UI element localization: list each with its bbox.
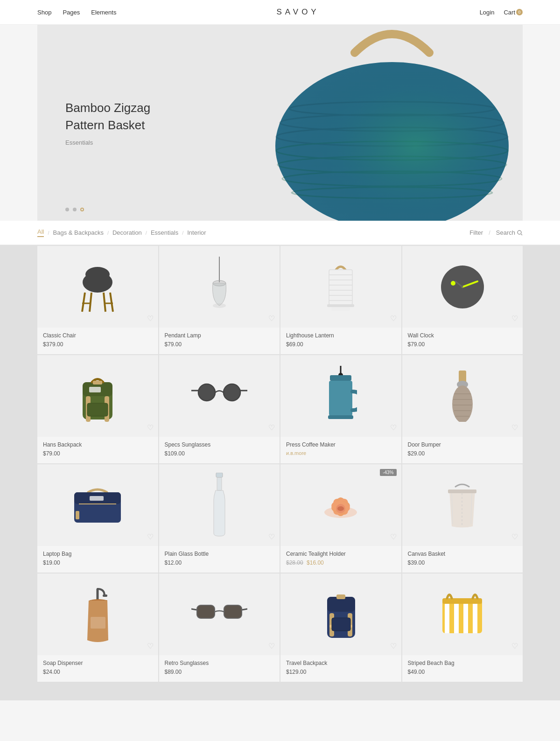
wishlist-icon[interactable]: ♡	[390, 642, 397, 650]
product-info: Striped Beach Bag $49.00	[402, 655, 523, 682]
product-image-area[interactable]: ♡	[159, 246, 280, 328]
filter-link[interactable]: Filter	[469, 229, 483, 236]
product-image-area[interactable]: ♡	[280, 573, 401, 655]
product-price: $29.00	[408, 450, 518, 457]
product-info: Laptop Bag $19.00	[37, 546, 158, 573]
svg-rect-41	[93, 381, 102, 384]
wishlist-icon[interactable]: ♡	[147, 642, 154, 650]
canvas-basket-image	[442, 482, 482, 529]
wishlist-icon[interactable]: ♡	[268, 532, 275, 541]
main-nav: Shop Pages Elements	[37, 9, 116, 16]
product-card: ♡ Hans Backpack $79.00	[37, 355, 158, 463]
product-info: Travel Backpack $129.00	[280, 655, 401, 682]
login-link[interactable]: Login	[480, 9, 495, 16]
nav-shop[interactable]: Shop	[37, 9, 51, 16]
product-grid: ♡ Classic Chair $379.00 ♡ Pendant Lamp $…	[0, 245, 560, 700]
product-name: Plain Glass Bottle	[165, 551, 274, 557]
cat-decoration[interactable]: Decoration	[112, 229, 142, 236]
product-image-area[interactable]: ♡	[159, 573, 280, 655]
wishlist-icon[interactable]: ♡	[390, 532, 397, 541]
product-image-area[interactable]: ♡	[402, 573, 523, 655]
product-info: Soap Dispenser $24.00	[37, 655, 158, 682]
product-info: Wall Clock $79.00	[402, 328, 523, 354]
product-price: $28.00 $16.00	[286, 559, 396, 566]
product-price: $19.00	[43, 559, 153, 566]
sunglasses2-image	[191, 601, 247, 627]
wishlist-icon[interactable]: ♡	[390, 423, 397, 432]
wishlist-icon[interactable]: ♡	[511, 532, 518, 541]
product-card: ♡ Classic Chair $379.00	[37, 246, 158, 354]
hero-dots	[65, 208, 84, 211]
product-card: ♡ Travel Backpack $129.00	[280, 573, 401, 682]
svg-rect-49	[330, 375, 351, 381]
cat-sep-3: /	[146, 230, 147, 236]
nav-pages[interactable]: Pages	[63, 9, 80, 16]
search-link[interactable]: Search	[496, 229, 523, 236]
product-price: $79.00	[43, 450, 153, 457]
product-card: ♡ Lighthouse Lantern $69.00	[280, 246, 401, 354]
product-image-area[interactable]: ♡	[37, 573, 158, 655]
svg-line-13	[82, 293, 85, 312]
svg-rect-88	[336, 594, 345, 599]
badge-wrap: -43%	[380, 469, 396, 476]
cat-sep-4: /	[182, 230, 183, 236]
svg-rect-42	[89, 387, 101, 392]
product-name: Canvas Basket	[408, 551, 518, 557]
product-image-area[interactable]: ♡	[280, 246, 401, 328]
product-image-area[interactable]: ♡	[37, 355, 158, 437]
door-bumper-image	[448, 370, 476, 422]
svg-rect-81	[91, 617, 105, 629]
product-card: ♡ Press Coffee Maker и.в.more	[280, 355, 401, 463]
product-image-area[interactable]: ♡	[402, 355, 523, 437]
wishlist-icon[interactable]: ♡	[511, 314, 518, 323]
header: Shop Pages Elements SAVOY Login Cart0	[0, 0, 560, 25]
cat-essentials[interactable]: Essentials	[151, 229, 178, 236]
svg-rect-66	[217, 477, 222, 490]
product-info: Lighthouse Lantern $69.00	[280, 328, 401, 354]
wishlist-icon[interactable]: ♡	[268, 642, 275, 650]
dot-2[interactable]	[73, 208, 77, 211]
wishlist-icon[interactable]: ♡	[268, 423, 275, 432]
cat-interior[interactable]: Interior	[187, 229, 206, 236]
product-info: Canvas Basket $39.00	[402, 546, 523, 573]
coffee-maker-image	[324, 366, 357, 426]
product-name: Classic Chair	[43, 332, 153, 339]
product-image-area[interactable]: ♡	[402, 246, 523, 328]
product-image-area[interactable]: ♡	[280, 464, 401, 546]
chair-image	[77, 261, 119, 313]
wishlist-icon[interactable]: ♡	[268, 314, 275, 323]
product-card: ♡ Retro Sunglasses $89.00	[159, 573, 280, 682]
product-card: ♡ Door Bumper $29.00	[402, 355, 523, 463]
nav-elements[interactable]: Elements	[91, 9, 116, 16]
product-image-area[interactable]: ♡	[37, 464, 158, 546]
lantern-image	[324, 261, 357, 313]
wishlist-icon[interactable]: ♡	[147, 314, 154, 323]
dot-3[interactable]	[80, 208, 84, 211]
product-card: ♡ Striped Beach Bag $49.00	[402, 573, 523, 682]
product-image-area[interactable]: ♡	[402, 464, 523, 546]
product-image-area[interactable]: ♡	[159, 355, 280, 437]
product-info: Pendant Lamp $79.00	[159, 328, 280, 354]
sale-price: $16.00	[307, 559, 324, 566]
cart-link[interactable]: Cart0	[504, 9, 523, 16]
logo: SAVOY	[276, 7, 319, 17]
product-image-area[interactable]: ♡	[159, 464, 280, 546]
wishlist-icon[interactable]: ♡	[511, 423, 518, 432]
wishlist-icon[interactable]: ♡	[390, 314, 397, 323]
product-image-area[interactable]: ♡	[37, 246, 158, 328]
wishlist-icon[interactable]: ♡	[147, 423, 154, 432]
bottle-image	[210, 473, 229, 538]
cat-bags[interactable]: Bags & Backpacks	[53, 229, 104, 236]
product-name: Wall Clock	[408, 332, 518, 339]
svg-rect-40	[87, 403, 108, 416]
wishlist-icon[interactable]: ♡	[147, 532, 154, 541]
product-name: Pendant Lamp	[165, 332, 274, 339]
product-price: $129.00	[286, 669, 396, 675]
wishlist-icon[interactable]: ♡	[511, 642, 518, 650]
cat-all[interactable]: All	[37, 228, 44, 237]
dot-1[interactable]	[65, 208, 69, 211]
product-name: Lighthouse Lantern	[286, 332, 396, 339]
tealight-image	[320, 489, 362, 522]
svg-rect-64	[76, 511, 79, 519]
product-image-area[interactable]: ♡	[280, 355, 401, 437]
